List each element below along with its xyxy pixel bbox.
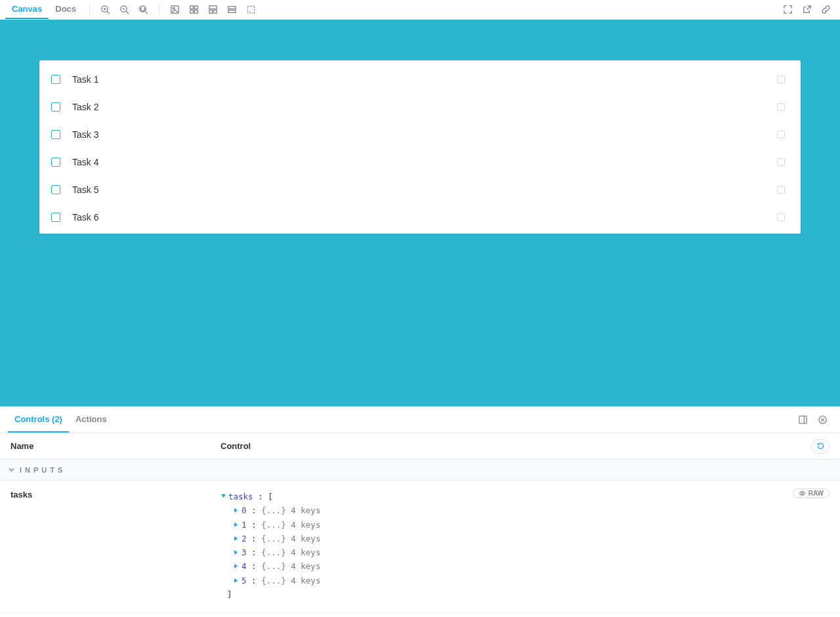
task-title: Task 3: [72, 129, 777, 140]
addons-panel: Controls (2) Actions Name Control INPUTS…: [0, 406, 840, 617]
task-title: Task 5: [72, 184, 777, 195]
svg-marker-32: [234, 564, 238, 568]
checkbox-icon[interactable]: [51, 185, 60, 194]
svg-line-8: [145, 11, 148, 14]
svg-point-10: [173, 7, 174, 9]
svg-line-5: [126, 11, 129, 14]
task-row[interactable]: Task 5: [39, 176, 801, 203]
task-title: Task 1: [72, 74, 777, 85]
svg-marker-29: [234, 522, 238, 527]
checkbox-icon[interactable]: [51, 130, 60, 139]
tree-key: tasks: [228, 490, 253, 503]
tree-collapsed-icon[interactable]: [234, 536, 239, 541]
tree-collapsed-icon[interactable]: [234, 522, 239, 527]
section-inputs-label: INPUTS: [20, 466, 66, 474]
task-title: Task 2: [72, 102, 777, 112]
tab-docs[interactable]: Docs: [49, 0, 83, 19]
link-icon[interactable]: [821, 5, 831, 14]
fullscreen-icon[interactable]: [783, 5, 793, 14]
crop-dashed-icon[interactable]: [246, 5, 256, 14]
svg-rect-18: [228, 7, 236, 9]
task-row[interactable]: Task 4: [39, 148, 801, 176]
toolbar-divider: [89, 4, 90, 15]
svg-marker-27: [221, 494, 226, 498]
tree-collapsed-icon[interactable]: [234, 508, 239, 513]
zoom-in-icon[interactable]: [100, 5, 110, 14]
tab-canvas[interactable]: Canvas: [5, 0, 49, 19]
col-name: Name: [10, 441, 220, 451]
controls-reset-button[interactable]: [811, 439, 830, 454]
svg-point-34: [801, 492, 803, 494]
control-name: tasks: [10, 490, 220, 500]
svg-marker-30: [234, 536, 238, 541]
checkbox-icon[interactable]: [51, 213, 60, 222]
task-action-icon[interactable]: [777, 131, 785, 138]
toolbar-divider-2: [159, 4, 159, 15]
canvas-area: Task 1 Task 2 Task 3 Task 4 Task 5 Task …: [0, 20, 840, 406]
task-row[interactable]: Task 6: [39, 203, 801, 231]
svg-rect-11: [190, 6, 194, 9]
svg-rect-15: [209, 6, 217, 9]
zoom-reset-icon[interactable]: [138, 5, 148, 14]
svg-rect-22: [799, 416, 806, 423]
svg-marker-31: [234, 550, 238, 555]
panel-orientation-icon[interactable]: [793, 407, 812, 433]
svg-rect-12: [194, 6, 198, 9]
controls-header: Name Control: [0, 433, 840, 459]
control-row-tasks: tasks tasks : [ 0 : {...} 4 keys 1 : {..…: [0, 480, 840, 614]
panel-tab-controls[interactable]: Controls (2): [8, 407, 69, 433]
top-toolbar: Canvas Docs: [0, 0, 840, 20]
checkbox-icon[interactable]: [51, 102, 60, 112]
json-tree[interactable]: tasks : [ 0 : {...} 4 keys 1 : {...} 4 k…: [220, 490, 793, 601]
svg-rect-20: [247, 6, 254, 12]
tree-collapsed-icon[interactable]: [234, 578, 239, 583]
svg-line-1: [107, 11, 110, 14]
task-action-icon[interactable]: [777, 213, 785, 221]
panel-tabs: Controls (2) Actions: [0, 407, 840, 433]
svg-rect-14: [194, 10, 198, 13]
svg-marker-28: [234, 508, 238, 513]
open-external-icon[interactable]: [802, 5, 812, 14]
tree-expanded-icon[interactable]: [220, 494, 226, 500]
svg-line-21: [807, 6, 811, 10]
task-list-card: Task 1 Task 2 Task 3 Task 4 Task 5 Task …: [39, 60, 801, 234]
image-icon[interactable]: [170, 5, 180, 14]
task-row[interactable]: Task 1: [39, 66, 801, 93]
task-action-icon[interactable]: [777, 158, 785, 166]
task-row[interactable]: Task 3: [39, 121, 801, 148]
svg-rect-16: [209, 10, 213, 13]
layout-stack-icon[interactable]: [208, 5, 218, 14]
task-title: Task 6: [72, 212, 777, 223]
panel-close-icon[interactable]: [812, 407, 832, 433]
task-title: Task 4: [72, 157, 777, 167]
col-control: Control: [220, 441, 811, 451]
task-action-icon[interactable]: [777, 75, 785, 83]
task-row[interactable]: Task 2: [39, 93, 801, 121]
svg-marker-33: [234, 578, 238, 583]
checkbox-icon[interactable]: [51, 75, 60, 84]
section-inputs[interactable]: INPUTS: [0, 459, 840, 480]
panel-tab-actions[interactable]: Actions: [69, 407, 114, 433]
tree-collapsed-icon[interactable]: [234, 564, 239, 569]
rows-icon[interactable]: [227, 5, 237, 14]
chevron-down-icon: [8, 467, 14, 473]
svg-rect-19: [228, 10, 236, 12]
task-action-icon[interactable]: [777, 103, 785, 111]
raw-toggle-button[interactable]: RAW: [793, 488, 830, 498]
zoom-out-icon[interactable]: [119, 5, 129, 14]
svg-rect-17: [213, 10, 217, 13]
checkbox-icon[interactable]: [51, 158, 60, 167]
svg-rect-13: [190, 10, 194, 13]
task-action-icon[interactable]: [777, 186, 785, 194]
grid-icon[interactable]: [189, 5, 199, 14]
tree-collapsed-icon[interactable]: [234, 550, 239, 555]
